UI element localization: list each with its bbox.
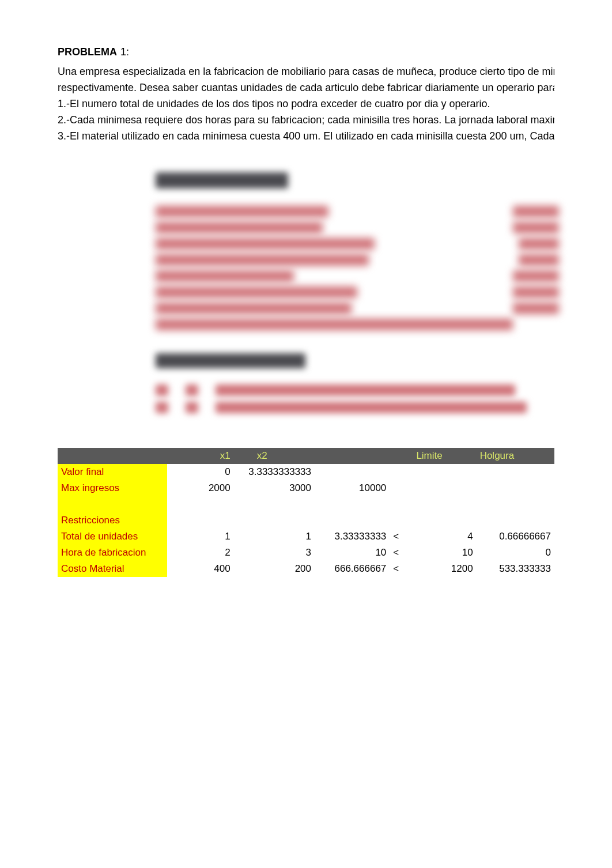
row-restricciones: Restricciones	[58, 512, 554, 529]
header-x1: x1	[167, 448, 233, 464]
cell-hol: 533.333333	[477, 561, 554, 577]
header-x2: x2	[234, 448, 315, 464]
problem-statement: Una empresa especializada en la fabricac…	[58, 64, 554, 144]
cell-x2: 200	[234, 561, 315, 577]
header-cell-empty	[58, 448, 167, 464]
label-costo-material: Costo Material	[58, 561, 167, 577]
label-max-ingresos: Max ingresos	[58, 480, 167, 496]
cell-op: <	[390, 545, 413, 561]
cell-lim: 1200	[413, 561, 476, 577]
cell-lim: 10	[413, 545, 476, 561]
cell-val: 3.33333333	[315, 529, 390, 545]
blurred-rows	[156, 384, 559, 413]
header-cell-empty	[315, 448, 390, 464]
problem-line: 3.-El material utilizado en cada minimes…	[58, 129, 554, 144]
cell-val: 10	[315, 545, 390, 561]
results-table: x1 x2 Limite Holgura Valor final 0 3.333…	[58, 448, 554, 577]
cell-lim: 4	[413, 529, 476, 545]
blurred-content-region	[156, 172, 559, 413]
problem-line: Una empresa especializada en la fabricac…	[58, 64, 554, 79]
header-limite: Limite	[413, 448, 476, 464]
cell-x1: 2000	[167, 480, 233, 496]
cell-x1: 0	[167, 464, 233, 480]
cell-x2: 1	[234, 529, 315, 545]
row-max-ingresos: Max ingresos 2000 3000 10000	[58, 480, 554, 496]
cell-op: <	[390, 561, 413, 577]
cell-total: 10000	[315, 480, 390, 496]
heading-number: 1:	[120, 46, 129, 58]
cell-x2: 3.3333333333	[234, 464, 315, 480]
cell-x1: 400	[167, 561, 233, 577]
heading: PROBLEMA 1:	[58, 46, 554, 58]
cell-op: <	[390, 529, 413, 545]
row-costo-material: Costo Material 400 200 666.666667 < 1200…	[58, 561, 554, 577]
cell-x2: 3000	[234, 480, 315, 496]
problem-line: 1.-El numero total de unidades de los do…	[58, 96, 554, 111]
cell-hol: 0	[477, 545, 554, 561]
cell-x2: 3	[234, 545, 315, 561]
cell-val: 666.666667	[315, 561, 390, 577]
blurred-list	[156, 206, 559, 330]
blurred-subheading	[156, 353, 305, 368]
row-total-unidades: Total de unidades 1 1 3.33333333 < 4 0.6…	[58, 529, 554, 545]
header-cell-empty	[390, 448, 413, 464]
problem-line: 2.-Cada minimesa requiere dos horas para…	[58, 112, 554, 127]
cell-x1: 2	[167, 545, 233, 561]
label-total-unidades: Total de unidades	[58, 529, 167, 545]
table-header-row: x1 x2 Limite Holgura	[58, 448, 554, 464]
label-valor-final: Valor final	[58, 464, 167, 480]
cell-hol: 0.66666667	[477, 529, 554, 545]
cell-x1: 1	[167, 529, 233, 545]
label-restricciones: Restricciones	[58, 512, 167, 529]
label-hora-fabricacion: Hora de fabricacion	[58, 545, 167, 561]
problem-line: respectivamente. Desea saber cuantas uni…	[58, 80, 554, 95]
heading-bold: PROBLEMA	[58, 46, 117, 58]
header-holgura: Holgura	[477, 448, 554, 464]
row-valor-final: Valor final 0 3.3333333333	[58, 464, 554, 480]
row-hora-fabricacion: Hora de fabricacion 2 3 10 < 10 0	[58, 545, 554, 561]
blurred-heading	[156, 172, 288, 188]
row-spacer	[58, 496, 554, 512]
